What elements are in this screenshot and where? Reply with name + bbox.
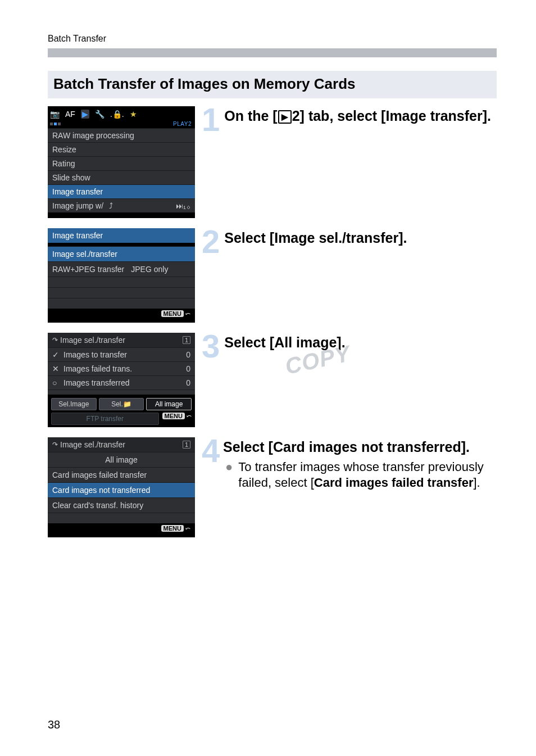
jump-value-icon: ⏭₁₀	[176, 202, 190, 210]
count-label: Images transferred	[63, 378, 130, 387]
step-number-3: 3	[202, 332, 220, 361]
menu-badge: MENU	[161, 310, 184, 317]
camera-tab-bar: 📷 AF ▶ 🔧 .🔒. ★	[48, 106, 195, 121]
page-number: 38	[48, 718, 60, 731]
card-slot-icon: 1	[183, 336, 190, 344]
menu-badge: MENU	[161, 525, 184, 532]
step-2: Image transfer Image sel./transfer RAW+J…	[48, 228, 497, 323]
tab-play-icon: ▶	[81, 110, 89, 119]
step-number-4: 4	[202, 436, 219, 465]
step-1-tabnum: 2	[292, 108, 300, 124]
header-rule	[48, 48, 497, 57]
step-3: ↷ Image sel./transfer 1 ✓ Images to tran…	[48, 333, 497, 427]
menu-item-image-jump[interactable]: Image jump w/⤴ ⏭₁₀	[48, 198, 195, 212]
menu-return-4[interactable]: MENU⤺	[48, 523, 195, 537]
step-number-2: 2	[202, 227, 220, 256]
play-tab-icon: ▶	[278, 110, 292, 124]
count-label: Images to transfer	[63, 350, 127, 359]
rawjpeg-label: RAW+JPEG transfer	[52, 265, 124, 274]
menu-return-2[interactable]: MENU⤺	[48, 309, 195, 323]
step-1-post: ] tab, select [Image transfer].	[300, 108, 491, 124]
screen3-arrow-icon: ↷	[52, 336, 58, 344]
step-2-text: Select [Image sel./transfer].	[224, 228, 497, 247]
sel-folder-label: Sel.	[111, 400, 123, 408]
sel-image-button[interactable]: Sel.Image	[51, 398, 97, 410]
menu-return-3[interactable]: MENU⤺	[162, 413, 192, 425]
row-card-failed[interactable]: Card images failed transfer	[48, 467, 195, 482]
screen2-title: Image transfer	[48, 228, 195, 243]
camera-subtab-bar: PLAY2	[48, 121, 195, 128]
tab-star-icon: ★	[130, 110, 137, 119]
step-1-pre: On the [	[224, 108, 277, 124]
screen3-title-text: Image sel./transfer	[60, 336, 125, 345]
step-3-text: Select [All image].	[224, 333, 497, 351]
step-1: 📷 AF ▶ 🔧 .🔒. ★ PLAY2 RAW image processin…	[48, 106, 497, 218]
screen2-row-rawjpeg[interactable]: RAW+JPEG transfer JPEG only	[48, 261, 195, 277]
camera-screen-1: 📷 AF ▶ 🔧 .🔒. ★ PLAY2 RAW image processin…	[48, 106, 195, 218]
folder-icon: 📁	[123, 400, 131, 408]
step-1-text: On the [▶2] tab, select [Image transfer]…	[224, 106, 497, 125]
tab-custom-icon: .🔒.	[110, 110, 124, 119]
screen2-row-sel-transfer[interactable]: Image sel./transfer	[48, 246, 195, 261]
step-4: ↷ Image sel./transfer 1 All image Card i…	[48, 437, 497, 537]
camera-bottom-bar	[48, 212, 195, 218]
screen4-subtitle: All image	[48, 452, 195, 467]
step-4-sub: ● To transfer images whose transfer prev…	[223, 459, 497, 490]
rawjpeg-value: JPEG only	[131, 265, 168, 274]
running-header: Batch Transfer	[48, 34, 497, 44]
screen4-title-text: Image sel./transfer	[60, 440, 125, 449]
menu-item-raw[interactable]: RAW image processing	[48, 128, 195, 142]
return-arrow-icon: ⤺	[185, 310, 190, 317]
menu-badge: MENU	[162, 413, 185, 419]
row-card-not-transferred[interactable]: Card images not transferred	[48, 482, 195, 497]
sel-folder-button[interactable]: Sel.📁	[99, 398, 144, 410]
screen4-arrow-icon: ↷	[52, 441, 58, 449]
menu-item-image-transfer[interactable]: Image transfer	[48, 184, 195, 198]
button-row: Sel.Image Sel.📁 All image	[48, 395, 195, 411]
camera-screen-2: Image transfer Image sel./transfer RAW+J…	[48, 228, 195, 323]
menu-item-slideshow[interactable]: Slide show	[48, 170, 195, 184]
return-arrow-icon: ⤺	[187, 413, 192, 419]
row-clear-history[interactable]: Clear card's transf. history	[48, 497, 195, 513]
menu-item-rating[interactable]: Rating	[48, 156, 195, 170]
ftp-transfer-button[interactable]: FTP transfer	[51, 413, 159, 425]
count-value: 0	[186, 364, 190, 373]
jump-arrow-icon: ⤴	[109, 201, 113, 210]
camera-menu-list: RAW image processing Resize Rating Slide…	[48, 128, 195, 212]
count-row-failed: ✕ Images failed trans. 0	[48, 361, 195, 375]
count-row-transferred: ○ Images transferred 0	[48, 375, 195, 390]
check-icon: ✓	[52, 350, 60, 359]
tab-af-icon: AF	[65, 110, 75, 119]
card-slot-icon: 1	[183, 441, 190, 449]
step-4-sub-text2: ].	[473, 476, 480, 490]
circle-icon: ○	[52, 378, 60, 387]
x-icon: ✕	[52, 364, 60, 373]
step-4-sub-bold: Card images failed transfer	[314, 476, 474, 490]
count-value: 0	[186, 350, 190, 359]
screen3-title: ↷ Image sel./transfer 1	[48, 333, 195, 347]
menu-item-label: Image jump w/	[52, 201, 103, 210]
count-row-to-transfer: ✓ Images to transfer 0	[48, 347, 195, 361]
button-row-2: FTP transfer MENU⤺	[48, 411, 195, 427]
tab-tool-icon: 🔧	[95, 110, 105, 119]
camera-screen-4: ↷ Image sel./transfer 1 All image Card i…	[48, 437, 195, 537]
return-arrow-icon: ⤺	[185, 525, 190, 532]
tab-camera-icon: 📷	[50, 110, 60, 119]
bullet-icon: ●	[225, 459, 233, 476]
all-image-button[interactable]: All image	[146, 398, 192, 410]
screen4-title: ↷ Image sel./transfer 1	[48, 437, 195, 452]
count-label: Images failed trans.	[63, 364, 132, 373]
menu-item-resize[interactable]: Resize	[48, 142, 195, 156]
step-4-text: Select [Card images not transferred]. ● …	[223, 437, 497, 490]
step-number-1: 1	[202, 105, 220, 134]
step-4-heading: Select [Card images not transferred].	[223, 438, 497, 456]
camera-screen-3: ↷ Image sel./transfer 1 ✓ Images to tran…	[48, 333, 195, 427]
subtab-label: PLAY2	[173, 121, 193, 127]
section-title: Batch Transfer of Images on Memory Cards	[48, 71, 497, 98]
count-value: 0	[186, 378, 190, 387]
